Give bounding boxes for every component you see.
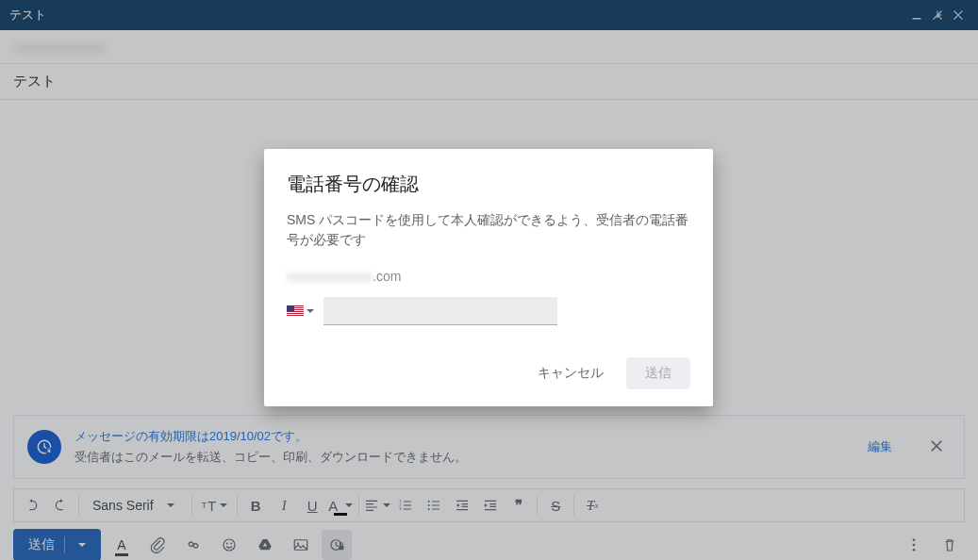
country-code-select[interactable]: [287, 305, 314, 317]
phone-input-row: [287, 297, 690, 325]
modal-overlay: 電話番号の確認 SMS パスコードを使用して本人確認ができるよう、受信者の電話番…: [0, 0, 978, 560]
svg-rect-27: [287, 305, 294, 312]
chevron-down-icon: [307, 309, 314, 313]
dialog-title: 電話番号の確認: [287, 172, 690, 197]
svg-rect-24: [287, 312, 304, 313]
dialog-cancel-button[interactable]: キャンセル: [532, 357, 609, 389]
svg-rect-25: [287, 314, 304, 315]
dialog-actions: キャンセル 送信: [287, 357, 690, 389]
phone-verification-dialog: 電話番号の確認 SMS パスコードを使用して本人確認ができるよう、受信者の電話番…: [264, 149, 713, 406]
dialog-description: SMS パスコードを使用して本人確認ができるよう、受信者の電話番号が必要です: [287, 210, 690, 250]
dialog-send-button[interactable]: 送信: [626, 357, 690, 389]
phone-number-input[interactable]: [323, 297, 557, 325]
svg-rect-26: [287, 316, 304, 317]
dialog-recipient-email: xxxxxxxxxxxxx.com: [287, 269, 690, 284]
